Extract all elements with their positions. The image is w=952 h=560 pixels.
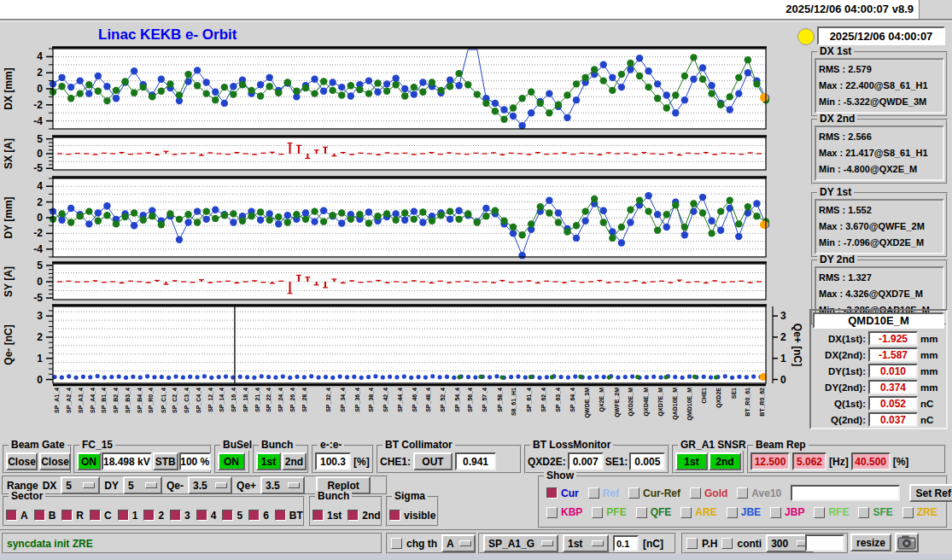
sector-6-checkbox[interactable] [248, 510, 260, 521]
bunch-2nd-button[interactable]: 2nd [282, 452, 307, 470]
count-input[interactable] [805, 534, 844, 551]
bunch-sel-2nd: 2nd [348, 510, 380, 522]
sigma-visible-checkbox[interactable] [389, 510, 400, 521]
qxd2e-value: 0.007 [568, 452, 604, 470]
show-ref-label: Ref [603, 487, 619, 499]
ref-name-input[interactable] [791, 485, 900, 501]
svg-text:5: 5 [37, 260, 43, 271]
svg-text:Qe- [nC]: Qe- [nC] [3, 324, 15, 365]
show-ref: Ref [588, 487, 619, 499]
sector-5-checkbox[interactable] [222, 510, 233, 521]
show-gold-checkbox[interactable] [690, 487, 701, 499]
sector-bt-label: BT [289, 510, 303, 522]
fc15-on-button[interactable]: ON [77, 452, 101, 470]
range-qep-select[interactable]: 3.5 [260, 476, 305, 494]
stat-group-body: RMS : 2.579Max : 22.400@S8_61_H1Min : -5… [815, 58, 944, 114]
sigma-visible-label: visible [404, 510, 435, 522]
monitor-row-label: DY(2nd): [813, 382, 866, 393]
sp-bunch-select[interactable]: 1st [563, 534, 609, 552]
beam-gate-group: Beam Gate Close Close [3, 445, 72, 474]
chg-th-label: chg th [406, 538, 437, 550]
range-dx-label: DX [43, 480, 57, 492]
range-dy-select[interactable]: 5 [123, 476, 162, 494]
svg-text:2: 2 [37, 331, 43, 343]
svg-text:SP_24_4: SP_24_4 [277, 388, 283, 412]
show-ref-checkbox[interactable] [588, 487, 599, 499]
monitor-row: DY(2nd):0.374mm [813, 379, 944, 395]
sp-select-group: SP_A1_G 1st [nC] [478, 533, 676, 554]
bunch-group: Bunch 1st 2nd [253, 445, 309, 474]
threshold-select[interactable]: A [441, 534, 476, 552]
busel-on-button[interactable]: ON [218, 452, 245, 470]
show-ave10-checkbox[interactable] [737, 487, 748, 499]
show-are: ARE [680, 506, 716, 518]
sector-a: A [6, 510, 28, 522]
show-qfe-checkbox[interactable] [636, 507, 647, 518]
show-sfe-checkbox[interactable] [858, 507, 869, 518]
svg-text:SP_34_4: SP_34_4 [340, 388, 346, 412]
show-jbp-checkbox[interactable] [770, 507, 781, 518]
show-pfe-checkbox[interactable] [592, 507, 603, 518]
svg-text:SP_16_4: SP_16_4 [231, 388, 237, 412]
resize-button[interactable]: resize [850, 534, 891, 551]
sector-2-checkbox[interactable] [143, 510, 155, 521]
bunch-sel-2nd-checkbox[interactable] [348, 510, 359, 521]
show-cur-ref-checkbox[interactable] [628, 487, 640, 499]
sector-a-checkbox[interactable] [6, 510, 17, 521]
show-cur-ref: Cur-Ref [628, 487, 680, 499]
sector-b-checkbox[interactable] [34, 510, 45, 521]
stat-line: RMS : 1.552 [819, 202, 940, 219]
show-are-checkbox[interactable] [680, 507, 692, 518]
show-cur-checkbox[interactable] [546, 487, 558, 499]
sector-c-checkbox[interactable] [90, 510, 101, 521]
show-qfe: QFE [636, 506, 672, 518]
beam-rep-value-2: 5.062 [792, 452, 826, 470]
beam-rep-group: Beam Rep 12.500 5.062 [Hz] 40.500 [%] [747, 445, 946, 474]
ee-ratio-group: e-:e- 100.3 [%] [312, 445, 374, 474]
monitor-row: DX(1st):-1.925mm [813, 330, 944, 347]
show-jbe: JBE [727, 506, 761, 518]
sector-1-checkbox[interactable] [118, 510, 129, 521]
ee-ratio-unit: [%] [353, 453, 370, 470]
gr-snsr-1st-button[interactable]: 1st [675, 452, 708, 470]
se1-value: 0.005 [629, 452, 665, 470]
set-ref-button[interactable]: Set Ref [909, 484, 952, 502]
ph-label: P.H [702, 538, 717, 550]
show-rfe-checkbox[interactable] [814, 507, 825, 518]
gr-snsr-2nd-button[interactable]: 2nd [709, 452, 741, 470]
bunch-sel-1st-checkbox[interactable] [312, 510, 324, 521]
che1-state-button[interactable]: OUT [413, 452, 453, 470]
beam-rep-hz-unit: [Hz] [829, 453, 849, 470]
range-dx-select[interactable]: 5 [61, 476, 100, 494]
svg-text:SP_C3_4: SP_C3_4 [184, 388, 190, 413]
beam-gate-close-2-button[interactable]: Close [39, 452, 71, 470]
sector-5: 5 [222, 510, 242, 522]
sector-a-label: A [20, 510, 28, 522]
conti-checkbox[interactable] [721, 538, 733, 549]
sector-bt-checkbox[interactable] [275, 510, 286, 521]
fc15-stb-button[interactable]: STB [153, 452, 178, 470]
show-jbe-checkbox[interactable] [727, 507, 738, 518]
bunch-1st-button[interactable]: 1st [256, 452, 281, 470]
sector-r-checkbox[interactable] [61, 510, 73, 521]
monitor-row-label: DX(2nd): [813, 350, 866, 360]
threshold-value-input[interactable] [613, 535, 639, 551]
range-qem-select[interactable]: 3.5 [188, 476, 232, 494]
sp-monitor-select[interactable]: SP_A1_G [483, 534, 558, 552]
svg-text:0: 0 [37, 374, 43, 386]
screenshot-button[interactable] [895, 533, 919, 552]
svg-text:SP_R0_4: SP_R0_4 [148, 388, 154, 413]
busel-group: BuSel ON [214, 445, 250, 474]
show-kbp-checkbox[interactable] [546, 507, 558, 518]
beam-gate-close-1-button[interactable]: Close [6, 452, 38, 470]
ph-checkbox[interactable] [686, 538, 698, 549]
show-jbp-label: JBP [785, 506, 804, 518]
stat-line: Min : -7.096@QXD2E_M [819, 235, 940, 251]
chg-th-checkbox[interactable] [391, 538, 402, 549]
sector-3-checkbox[interactable] [170, 510, 181, 521]
show-zre-checkbox[interactable] [902, 507, 914, 518]
sector-4-checkbox[interactable] [196, 510, 207, 521]
sector-r-label: R [76, 510, 84, 522]
sector-1: 1 [118, 510, 138, 522]
orbit-plots: 420-2-4DX [mm]50-5SX [A]420-2-4DY [mm]50… [0, 0, 807, 440]
